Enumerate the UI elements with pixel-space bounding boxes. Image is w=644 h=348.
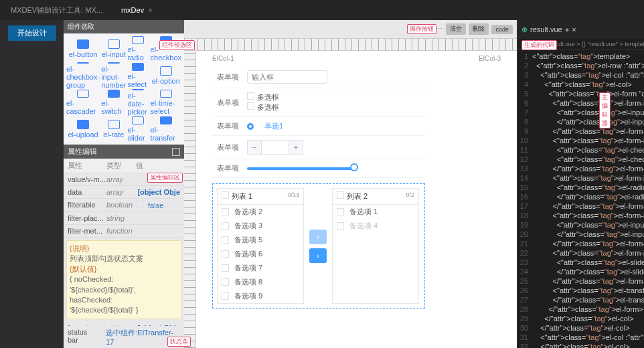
result-tab[interactable]: ⊕result.vue●× [517,20,644,39]
design-canvas[interactable]: ElCol-1 主编辑器 表单项 表单项多选框多选框 表单项单选1 表单项−+ … [196,51,517,348]
transfer-right-panel: 列表 20/2 备选项 1备选项 4 [332,188,419,304]
ruler-vertical [184,51,196,348]
code-editor[interactable]: 1<"attr">class="tag">template>2 <"attr">… [517,50,644,348]
tab-mxdev[interactable]: mxDev× [116,3,158,17]
transfer-item[interactable]: 备选项 5 [218,233,303,247]
transfer-item[interactable]: 备选项 7 [218,261,303,275]
property-row[interactable]: dataarray[object Obje [64,186,184,199]
transfer-item[interactable]: 备选项 2 [218,205,303,219]
component-el-input[interactable]: el-input [101,36,126,62]
transfer-item[interactable]: 备选项 4 [333,219,418,233]
save-icon[interactable] [172,148,180,156]
component-el-input-number[interactable]: el-input-number [101,63,126,88]
property-panel-header: 属性编辑 [64,145,184,159]
badge-generated-code: 生成的代码 [521,40,557,50]
activity-bar: 开始设计 [0,20,64,348]
badge-component-area: 组件候选区 [159,40,195,50]
component-el-checkbox-group[interactable]: el-checkbox-group [66,63,100,88]
slider[interactable] [247,167,354,170]
delete-button[interactable]: 删除 [469,23,489,35]
slider-thumb[interactable] [350,163,358,171]
checkbox[interactable] [247,102,254,110]
transfer-component[interactable]: 列表 10/13 备选项 2备选项 3备选项 5备选项 6备选项 7备选项 8备… [212,183,425,309]
component-panel-header: 组件选取 [64,20,184,33]
increment-button[interactable]: + [289,140,303,155]
transfer-item[interactable]: 备选项 9 [218,289,303,303]
status-bar: status bar 选中组件:ElTransfer-17 状态条 [64,326,184,348]
ruler-horizontal [184,39,517,51]
badge-action-buttons: 操作按钮 [407,24,436,34]
form-row-slider: 表单项 [212,159,425,178]
component-el-date-picker[interactable]: el-date-picker [127,90,149,115]
code-button[interactable]: code [491,25,513,34]
component-el-transfer[interactable]: el-transfer [151,116,181,142]
component-el-option[interactable]: el-option [151,63,181,88]
close-icon[interactable]: × [148,6,152,14]
title-bar: MXDEV辅助设计工具: MX... mxDev× [0,0,644,20]
property-table: 属性类型值 value/v-m...arraydataarray[object … [64,159,184,326]
property-row[interactable]: filterableboolean false [64,199,184,212]
property-row[interactable]: filter-plac...string [64,212,184,225]
transfer-item[interactable]: 备选项 3 [218,219,303,233]
component-el-cascader[interactable]: el-cascader [66,90,100,115]
tab-workspace[interactable]: MXDEV辅助设计工具: MX... [5,3,108,18]
property-row[interactable]: formatobject[object Obje [64,322,184,326]
col-label-3: ElCol-3 [479,55,501,62]
component-el-slider[interactable]: el-slider [127,116,149,142]
form-row-number: 表单项−+ [212,136,425,159]
form-row-input: 表单项 [212,66,425,88]
component-el-upload[interactable]: el-upload [66,116,100,142]
component-el-radio[interactable]: el-radio [127,36,149,62]
transfer-right-button[interactable]: › [309,248,327,263]
property-note: {说明} 列表顶部勾选状态文案 {默认值} { noChecked: '${ch… [66,240,181,319]
clear-button[interactable]: 清空 [446,23,466,35]
side-panel: 组件选取 组件候选区 el-buttonel-inputel-radioel-c… [64,20,184,348]
transfer-item[interactable]: 备选项 1 [333,205,418,219]
decrement-button[interactable]: − [247,140,262,155]
transfer-left-panel: 列表 10/13 备选项 2备选项 3备选项 5备选项 6备选项 7备选项 8备… [217,188,304,304]
start-design-button[interactable]: 开始设计 [8,25,56,41]
close-icon[interactable]: × [572,25,576,33]
component-el-rate[interactable]: el-rate [101,116,126,142]
badge-status: 状态条 [167,337,191,347]
transfer-item[interactable]: 备选项 6 [218,247,303,261]
number-input[interactable] [262,140,289,155]
radio[interactable] [247,123,254,130]
checkbox[interactable] [247,92,254,100]
component-el-time-select[interactable]: el-time-select [151,90,181,115]
text-input[interactable] [247,70,327,84]
form-row-radio: 表单项单选1 [212,117,425,136]
transfer-item[interactable]: 备选项 8 [218,275,303,289]
form-row-checkbox: 表单项多选框多选框 [212,88,425,117]
component-el-button[interactable]: el-button [66,36,100,62]
editor-canvas-area: 操作按钮 ▷ ▢ ⋯ 清空 删除 code ElCol-1 主编辑器 表单项 表… [184,20,517,348]
canvas-toolbar: 操作按钮 ▷ ▢ ⋯ 清空 删除 code [184,20,517,39]
component-el-switch[interactable]: el-switch [101,90,126,115]
code-panel: ⊕result.vue●× .mxDev > result.vue > {} "… [517,20,644,348]
badge-property-area: 属性编辑区 [147,173,183,183]
col-label-1: ElCol-1 [212,55,425,62]
component-el-select[interactable]: el-select [127,63,149,88]
transfer-left-button[interactable]: ‹ [309,230,327,244]
property-row[interactable]: filter-met...function [64,225,184,238]
